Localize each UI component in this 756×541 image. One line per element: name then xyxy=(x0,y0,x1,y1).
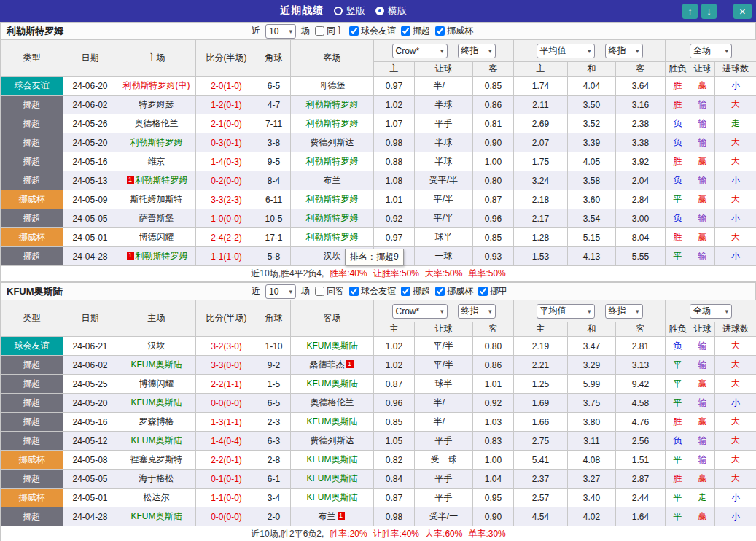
match-count-select[interactable]: 10▾ xyxy=(265,284,296,299)
competition-filter-0[interactable]: 球会友谊 xyxy=(349,25,396,37)
home-team-link[interactable]: 汉坎 xyxy=(148,340,165,351)
match-score[interactable]: 2-4(2-2) xyxy=(196,228,257,247)
competition-filter-2[interactable]: 挪威杯 xyxy=(435,285,473,297)
competition-filter-1[interactable]: 挪超 xyxy=(401,285,430,297)
match-score[interactable]: 1-0(0-0) xyxy=(196,209,257,228)
close-button[interactable]: × xyxy=(733,4,752,19)
column-header: 客场 xyxy=(291,300,374,337)
away-team-link[interactable]: 利勒斯特罗姆 xyxy=(306,232,359,242)
competition-filter-1[interactable]: 挪超 xyxy=(401,25,430,37)
match-score[interactable]: 2-1(0-0) xyxy=(196,114,257,133)
scope-select[interactable]: 全场▾ xyxy=(690,44,732,58)
home-team-link[interactable]: 博德闪耀 xyxy=(139,232,174,242)
match-score[interactable]: 0-0(0-0) xyxy=(196,394,257,413)
home-team-link[interactable]: KFUM奥斯陆 xyxy=(131,397,182,408)
away-team-link[interactable]: 哥德堡 xyxy=(319,80,346,90)
home-team-link[interactable]: 博德闪耀 xyxy=(139,378,174,389)
home-team-link[interactable]: 维京 xyxy=(148,156,165,166)
away-team-link[interactable]: KFUM奥斯陆 xyxy=(307,378,358,389)
home-team-link[interactable]: 利勒斯特罗姆 xyxy=(136,175,188,185)
home-team-link[interactable]: KFUM奥斯陆 xyxy=(131,359,182,370)
away-team-link[interactable]: 利勒斯特罗姆 xyxy=(306,118,359,128)
match-score[interactable]: 3-2(3-0) xyxy=(196,337,257,356)
same-venue-filter-checkbox[interactable] xyxy=(315,287,324,296)
home-team-link[interactable]: 松达尔 xyxy=(144,492,170,502)
away-team-link[interactable]: KFUM奥斯陆 xyxy=(307,416,358,427)
match-score[interactable]: 1-1(1-0) xyxy=(196,247,257,266)
final-odds-select-2[interactable]: 终指▾ xyxy=(605,44,643,58)
away-team-link[interactable]: 布兰 xyxy=(324,175,341,185)
move-down-button[interactable]: ↓ xyxy=(701,4,717,19)
match-score[interactable]: 3-3(2-3) xyxy=(196,190,257,209)
layout-vertical-radio[interactable]: 竖版 xyxy=(334,4,365,17)
away-team-link[interactable]: KFUM奥斯陆 xyxy=(307,492,358,502)
same-venue-filter[interactable]: 同主 xyxy=(315,25,344,37)
match-count-select[interactable]: 10▾ xyxy=(265,24,296,39)
home-team-link[interactable]: 斯托姆加斯特 xyxy=(130,194,183,204)
match-score[interactable]: 1-1(0-0) xyxy=(196,489,257,507)
competition-filter-0[interactable]: 球会友谊 xyxy=(349,285,396,297)
away-team-link[interactable]: 奥德格伦兰 xyxy=(311,397,354,408)
away-team-link[interactable]: 利勒斯特罗姆 xyxy=(306,194,359,204)
competition-filter-2-checkbox[interactable] xyxy=(435,287,445,296)
match-score[interactable]: 0-3(0-1) xyxy=(196,133,257,152)
layout-horizontal-radio[interactable]: 横版 xyxy=(375,4,407,17)
home-team-link[interactable]: 奥德格伦兰 xyxy=(135,118,179,128)
away-team-link[interactable]: 费德列斯达 xyxy=(311,137,354,147)
match-score[interactable]: 1-4(0-4) xyxy=(196,432,257,451)
move-up-button[interactable]: ↑ xyxy=(682,4,698,19)
home-team-link[interactable]: KFUM奥斯陆 xyxy=(131,435,182,445)
match-score[interactable]: 1-3(1-1) xyxy=(196,413,257,432)
final-odds-select-2[interactable]: 终指▾ xyxy=(605,304,643,319)
bookmaker-select[interactable]: Crow*▾ xyxy=(392,44,448,58)
match-score[interactable]: 2-2(1-1) xyxy=(196,375,257,394)
scope-select[interactable]: 全场▾ xyxy=(690,304,732,319)
match-score[interactable]: 1-4(0-3) xyxy=(196,152,257,171)
final-odds-select[interactable]: 终指▾ xyxy=(458,44,496,58)
final-odds-select[interactable]: 终指▾ xyxy=(458,304,496,319)
asia-odds-group: Crow*▾终指▾ xyxy=(374,40,514,62)
home-team-link[interactable]: 萨普斯堡 xyxy=(139,213,174,223)
home-team-link[interactable]: 海于格松 xyxy=(139,473,174,483)
home-team-link[interactable]: 利勒斯特罗姆 xyxy=(136,251,188,261)
competition-filter-2[interactable]: 挪威杯 xyxy=(435,25,473,37)
match-score[interactable]: 0-0(0-0) xyxy=(196,507,257,526)
match-score[interactable]: 3-3(0-0) xyxy=(196,356,257,375)
home-team-link[interactable]: 利勒斯特罗姆 xyxy=(130,137,183,147)
away-team-link[interactable]: 利勒斯特罗姆 xyxy=(306,213,359,223)
away-team-link[interactable]: 利勒斯特罗姆 xyxy=(306,156,359,166)
away-team-link[interactable]: KFUM奥斯陆 xyxy=(307,454,358,464)
match-score[interactable]: 0-2(0-0) xyxy=(196,171,257,190)
away-team-link[interactable]: 汉坎 xyxy=(324,251,341,261)
competition-filter-1-checkbox[interactable] xyxy=(401,26,410,36)
competition-filter-1-checkbox[interactable] xyxy=(401,287,410,296)
away-team-link[interactable]: 利勒斯特罗姆 xyxy=(306,99,359,109)
match-date: 24-05-20 xyxy=(63,394,117,413)
match-score[interactable]: 2-2(0-1) xyxy=(196,451,257,470)
home-team-link[interactable]: KFUM奥斯陆 xyxy=(131,511,182,521)
match-date: 24-05-16 xyxy=(63,413,117,432)
competition-filter-0-checkbox[interactable] xyxy=(349,287,359,296)
competition-filter-2-checkbox[interactable] xyxy=(435,26,445,36)
bookmaker-select[interactable]: Crow*▾ xyxy=(392,304,448,319)
same-venue-filter-checkbox[interactable] xyxy=(315,26,324,36)
away-team-link[interactable]: KFUM奥斯陆 xyxy=(307,473,358,483)
competition-filter-0-checkbox[interactable] xyxy=(349,26,359,36)
away-team-link[interactable]: KFUM奥斯陆 xyxy=(307,340,358,351)
away-team-link[interactable]: 桑德菲杰 xyxy=(310,359,345,370)
same-venue-filter-label: 同主 xyxy=(327,25,344,37)
home-team-link[interactable]: 特罗姆瑟 xyxy=(139,99,174,109)
home-team-link[interactable]: 罗森博格 xyxy=(139,416,174,427)
home-team-link[interactable]: 利勒斯特罗姆(中) xyxy=(123,80,190,90)
home-team-link[interactable]: 裡塞克罗斯特 xyxy=(130,454,183,464)
average-select[interactable]: 平均值▾ xyxy=(537,44,595,58)
match-score[interactable]: 1-2(0-1) xyxy=(196,96,257,114)
match-score[interactable]: 0-1(0-1) xyxy=(196,470,257,489)
competition-filter-3[interactable]: 挪甲 xyxy=(478,285,507,297)
average-select[interactable]: 平均值▾ xyxy=(537,304,595,319)
competition-filter-3-checkbox[interactable] xyxy=(478,287,488,296)
match-score[interactable]: 2-0(1-0) xyxy=(196,77,257,96)
away-team-link[interactable]: 费德列斯达 xyxy=(311,435,354,445)
away-team-link[interactable]: 布兰 xyxy=(319,511,336,521)
same-venue-filter[interactable]: 同客 xyxy=(315,285,344,297)
